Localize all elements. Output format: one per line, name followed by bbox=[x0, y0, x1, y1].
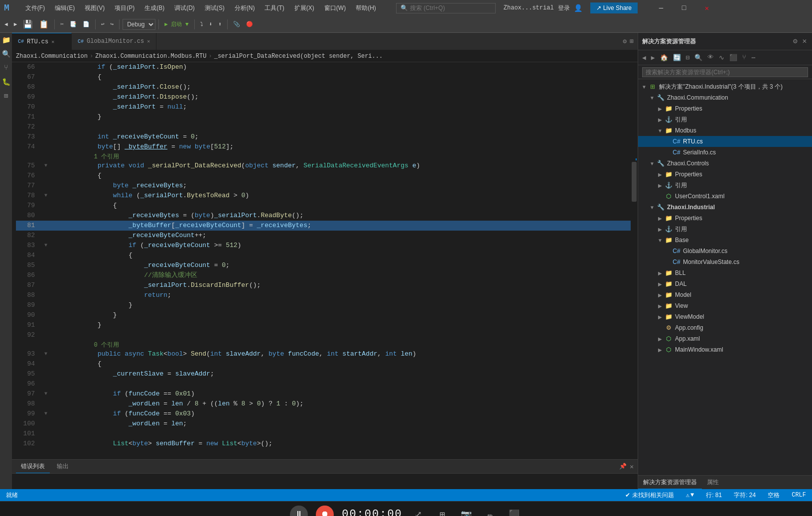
se-search-input[interactable] bbox=[642, 67, 808, 77]
tree-refs1[interactable]: ▶ ⚓ 引用 bbox=[638, 114, 812, 125]
se-tb-collapse[interactable]: ⊟ bbox=[684, 52, 692, 63]
menu-build[interactable]: 生成(B) bbox=[140, 2, 168, 14]
tab-rtu-close[interactable]: ✕ bbox=[51, 39, 54, 45]
status-spaces[interactable]: 空格 bbox=[766, 491, 782, 500]
tree-modbus[interactable]: ▼ 📁 Modbus bbox=[638, 125, 812, 136]
toolbar-step-out[interactable]: ⬆ bbox=[216, 19, 224, 29]
se-tb-show-all[interactable]: 👁 bbox=[705, 52, 716, 63]
rec-fullscreen[interactable]: ⤢ bbox=[410, 507, 426, 516]
tree-bll[interactable]: ▶ 📁 BLL bbox=[638, 267, 812, 278]
search-input[interactable] bbox=[410, 4, 485, 11]
bottom-panel-close[interactable]: ✕ bbox=[630, 463, 634, 471]
activity-search[interactable]: 🔍 bbox=[1, 49, 11, 59]
editor-options-icon[interactable]: ⚙ bbox=[623, 37, 627, 45]
tree-dal[interactable]: ▶ 📁 DAL bbox=[638, 278, 812, 289]
tree-view[interactable]: ▶ 📁 View bbox=[638, 300, 812, 311]
code-content[interactable]: 66 if (_serialPort.IsOpen) 67 { 68 bbox=[12, 62, 631, 459]
tab-output[interactable]: 输出 bbox=[52, 460, 74, 473]
breadcrumb-method[interactable]: _serialPort_DataReceived(object sender, … bbox=[214, 53, 383, 60]
activity-git[interactable]: ⑂ bbox=[1, 63, 11, 73]
warning-dropdown[interactable]: ▼ bbox=[690, 492, 694, 499]
toolbar-bp[interactable]: 🔴 bbox=[244, 19, 256, 29]
rec-stop[interactable]: ⬛ bbox=[506, 507, 522, 516]
toolbar-save[interactable]: 💾 bbox=[20, 18, 35, 31]
minimize-button[interactable]: — bbox=[650, 0, 673, 16]
tree-serialinfo[interactable]: C# SerialInfo.cs bbox=[638, 147, 812, 158]
rec-camera[interactable]: 📷 bbox=[458, 507, 474, 516]
tree-appxaml[interactable]: ▶ ⬡ App.xaml bbox=[638, 333, 812, 344]
se-tb-dots[interactable]: ⋯ bbox=[749, 52, 757, 63]
breadcrumb-project[interactable]: Zhaoxi.Communication bbox=[16, 53, 88, 60]
pause-button[interactable]: ⏸ bbox=[290, 506, 308, 516]
se-tb-filter[interactable]: 🔍 bbox=[692, 52, 704, 63]
menu-edit[interactable]: 编辑(E) bbox=[51, 2, 79, 14]
tree-globalmonitor[interactable]: C# GlobalMonitor.cs bbox=[638, 246, 812, 257]
tree-model[interactable]: ▶ 📁 Model bbox=[638, 289, 812, 300]
toolbar-undo[interactable]: ↩ bbox=[99, 19, 107, 29]
tree-viewmodel[interactable]: ▶ 📁 ViewModel bbox=[638, 311, 812, 322]
tab-rtu[interactable]: C# RTU.cs ✕ bbox=[12, 33, 72, 50]
se-tb-preview[interactable]: ⬛ bbox=[727, 52, 739, 63]
status-eol[interactable]: CRLF bbox=[790, 492, 808, 499]
bottom-panel-pin[interactable]: 📌 bbox=[619, 463, 627, 470]
toolbar-copy[interactable]: 📑 bbox=[67, 19, 79, 29]
liveshare-button[interactable]: ↗ Live Share bbox=[590, 2, 638, 13]
menu-help[interactable]: 帮助(H) bbox=[352, 2, 380, 14]
se-tab-properties[interactable]: 属性 bbox=[702, 476, 724, 489]
toolbar-forward[interactable]: ▶ bbox=[11, 19, 20, 29]
menu-analyze[interactable]: 分析(N) bbox=[231, 2, 259, 14]
toolbar-start[interactable]: ▶ 启动 ▼ bbox=[162, 19, 191, 29]
menu-test[interactable]: 测试(S) bbox=[201, 2, 229, 14]
toolbar-step-over[interactable]: ⤵ bbox=[198, 19, 206, 29]
menu-view[interactable]: 视图(V) bbox=[81, 2, 109, 14]
se-tab-solution-explorer[interactable]: 解决方案资源管理器 bbox=[638, 476, 702, 489]
tree-refs2[interactable]: ▶ ⚓ 引用 bbox=[638, 180, 812, 191]
toolbar-back[interactable]: ◀ bbox=[2, 19, 10, 29]
se-tb-properties[interactable]: 🏠 bbox=[658, 52, 670, 63]
tree-zhaoxi-controls[interactable]: ▼ 🔧 Zhaoxi.Controls bbox=[638, 158, 812, 169]
se-options-icon[interactable]: ⚙ bbox=[792, 37, 799, 46]
tree-props3[interactable]: ▶ 📁 Properties bbox=[638, 213, 812, 224]
code-scrollbar[interactable] bbox=[631, 62, 638, 459]
tab-globalmonitor[interactable]: C# GlobalMonitor.cs ✕ bbox=[72, 33, 156, 50]
tree-monitorvalue[interactable]: C# MonitorValueState.cs bbox=[638, 257, 812, 267]
record-button[interactable]: ⏺ bbox=[316, 506, 334, 516]
tree-mainwindow[interactable]: ▶ ⬡ MainWindow.xaml bbox=[638, 344, 812, 355]
se-close-icon[interactable]: ✕ bbox=[801, 37, 808, 46]
se-tb-forward[interactable]: ▶ bbox=[649, 52, 657, 63]
toolbar-save-all[interactable]: 📋 bbox=[36, 18, 51, 31]
tree-base[interactable]: ▼ 📁 Base bbox=[638, 235, 812, 246]
menu-window[interactable]: 窗口(W) bbox=[320, 2, 350, 14]
toolbar-paste[interactable]: 📄 bbox=[80, 19, 92, 29]
status-col[interactable]: 字符: 24 bbox=[732, 491, 758, 500]
tree-appconfig[interactable]: ⚙ App.config bbox=[638, 322, 812, 333]
menu-extensions[interactable]: 扩展(X) bbox=[290, 2, 318, 14]
activity-explorer[interactable]: 📁 bbox=[1, 35, 11, 45]
close-button[interactable]: ✕ bbox=[695, 0, 718, 16]
tree-zhaoxi-comm[interactable]: ▼ 🔧 Zhaoxi.Communication bbox=[638, 92, 812, 103]
maximize-button[interactable]: □ bbox=[673, 0, 695, 16]
breadcrumb-namespace[interactable]: Zhaoxi.Communication.Modbus.RTU bbox=[95, 53, 206, 60]
login-button[interactable]: 登录 bbox=[558, 4, 570, 12]
menu-file[interactable]: 文件(F) bbox=[21, 2, 49, 14]
status-no-issues[interactable]: ✔ 未找到相关问题 bbox=[623, 491, 676, 500]
tree-refs3[interactable]: ▶ ⚓ 引用 bbox=[638, 224, 812, 235]
tree-props1[interactable]: ▶ 📁 Properties bbox=[638, 103, 812, 114]
toolbar-cut[interactable]: ✂ bbox=[58, 19, 66, 29]
rec-layout[interactable]: ⊞ bbox=[434, 507, 450, 516]
rec-pen[interactable]: ✏ bbox=[482, 507, 498, 516]
scrollbar-thumb[interactable] bbox=[632, 162, 637, 202]
tab-gm-close[interactable]: ✕ bbox=[147, 38, 150, 44]
menu-project[interactable]: 项目(P) bbox=[111, 2, 138, 14]
tree-zhaoxi-industrial[interactable]: ▼ 🔧 Zhaoxi.Industrial bbox=[638, 202, 812, 213]
tree-props2[interactable]: ▶ 📁 Properties bbox=[638, 169, 812, 180]
se-tb-pending[interactable]: ∿ bbox=[717, 52, 726, 63]
se-tb-back[interactable]: ◀ bbox=[640, 52, 648, 63]
tree-solution[interactable]: ▼ ⊞ 解决方案"Zhaoxi.Industrial"(3 个项目，共 3 个) bbox=[638, 81, 812, 92]
status-git[interactable]: 就绪 bbox=[4, 491, 20, 500]
debug-config-select[interactable]: Debug bbox=[123, 19, 155, 30]
activity-debug[interactable]: 🐛 bbox=[1, 77, 11, 87]
editor-split-icon[interactable]: ⊞ bbox=[630, 37, 634, 45]
tab-error-list[interactable]: 错误列表 bbox=[16, 460, 50, 473]
tree-rtu[interactable]: C# RTU.cs bbox=[638, 136, 812, 147]
